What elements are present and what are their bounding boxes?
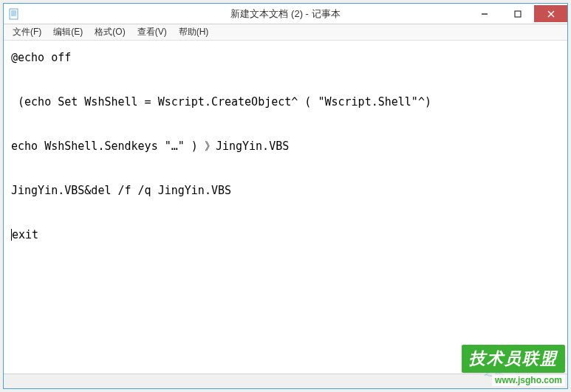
text-line: @echo off bbox=[11, 51, 71, 64]
text-line: exit bbox=[12, 228, 38, 241]
titlebar[interactable]: 新建文本文档 (2) - 记事本 bbox=[4, 4, 567, 24]
menu-file[interactable]: 文件(F) bbox=[7, 24, 47, 40]
svg-rect-6 bbox=[515, 11, 521, 17]
text-line: echo WshShell.Sendkeys "…" ) 》JingYin.VB… bbox=[11, 140, 289, 153]
text-line: (echo Set WshShell = Wscript.CreateObjec… bbox=[11, 95, 431, 109]
close-button[interactable] bbox=[534, 5, 567, 22]
menu-help[interactable]: 帮助(H) bbox=[173, 24, 215, 40]
text-area[interactable]: @echo off (echo Set WshShell = Wscript.C… bbox=[4, 41, 567, 374]
watermark-main-text: 技术员联盟 bbox=[462, 345, 565, 373]
watermark: 技术员联盟 www.jsgho.com bbox=[462, 345, 565, 386]
text-caret bbox=[11, 229, 12, 241]
menu-format[interactable]: 格式(O) bbox=[89, 24, 131, 40]
window-frame: 新建文本文档 (2) - 记事本 文件(F) 编辑(E) 格式(O) 查看(V)… bbox=[3, 3, 568, 389]
menu-view[interactable]: 查看(V) bbox=[131, 24, 173, 40]
maximize-button[interactable] bbox=[501, 5, 534, 22]
text-line: JingYin.VBS&del /f /q JingYin.VBS bbox=[11, 184, 231, 197]
menu-edit[interactable]: 编辑(E) bbox=[47, 24, 89, 40]
window-controls bbox=[468, 5, 567, 22]
minimize-button[interactable] bbox=[468, 5, 501, 22]
menubar: 文件(F) 编辑(E) 格式(O) 查看(V) 帮助(H) bbox=[4, 24, 567, 41]
app-icon bbox=[8, 8, 20, 20]
watermark-url: www.jsgho.com bbox=[492, 374, 565, 386]
